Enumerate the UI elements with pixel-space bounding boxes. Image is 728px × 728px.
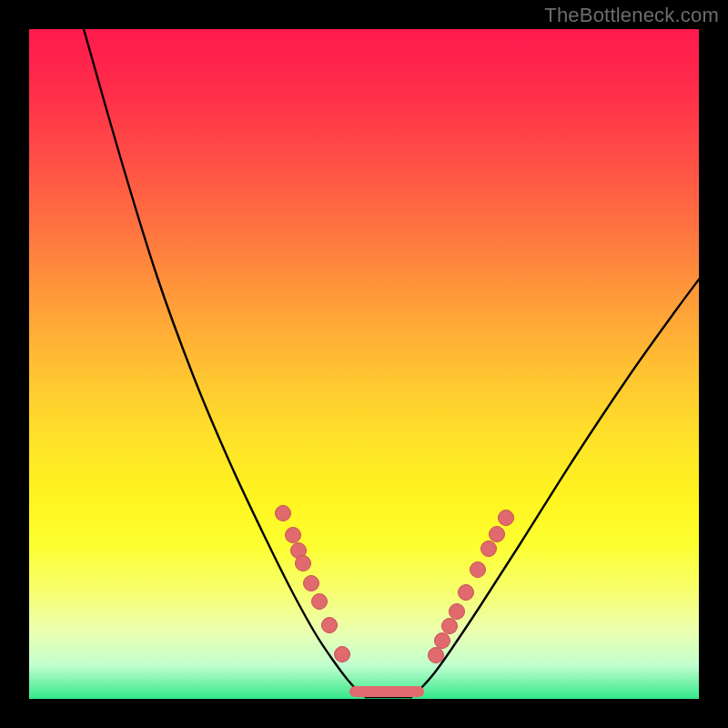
- data-point: [429, 648, 444, 663]
- data-point: [322, 618, 338, 633]
- data-point: [304, 576, 319, 592]
- plot-area: [29, 29, 699, 699]
- watermark-text: TheBottleneck.com: [544, 4, 719, 27]
- left-curve-dots: [276, 506, 350, 662]
- curve-group: [84, 29, 699, 697]
- data-point: [335, 647, 350, 662]
- data-point: [312, 594, 328, 610]
- chart-svg: [29, 29, 699, 699]
- data-point: [276, 506, 291, 521]
- data-point: [296, 556, 311, 571]
- data-point: [490, 527, 505, 542]
- right-curve-path: [411, 279, 699, 697]
- outer-frame: TheBottleneck.com: [0, 0, 728, 728]
- data-point: [442, 619, 458, 634]
- data-point: [499, 511, 514, 526]
- data-point: [450, 604, 465, 620]
- data-point: [459, 585, 474, 601]
- data-point: [470, 562, 486, 578]
- bottom-highlight-bar: [349, 686, 424, 697]
- data-point: [481, 541, 497, 557]
- data-point: [435, 633, 450, 649]
- data-point: [286, 528, 301, 543]
- right-curve-dots: [429, 511, 514, 663]
